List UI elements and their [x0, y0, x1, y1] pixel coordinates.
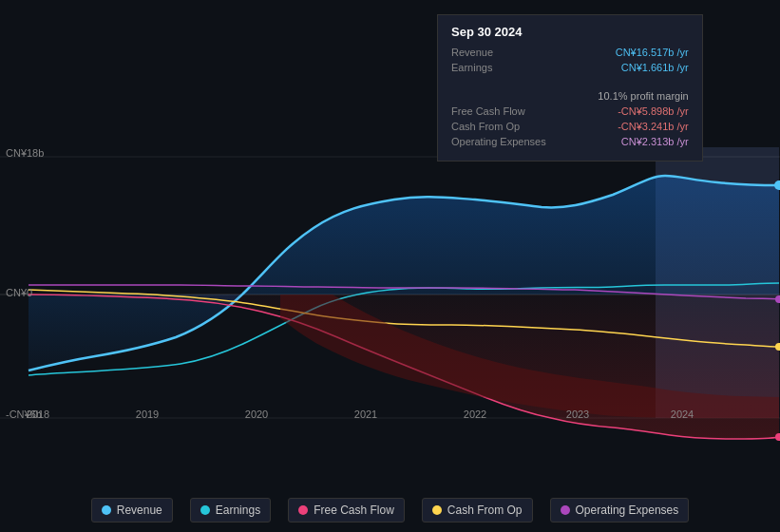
- tooltip-profit-margin: 10.1% profit margin: [451, 90, 689, 102]
- tooltip-value-revenue: CN¥16.517b /yr: [616, 47, 689, 58]
- legend-label-revenue: Revenue: [117, 504, 162, 517]
- x-label-2024: 2024: [671, 408, 694, 420]
- legend-label-cashop: Cash From Op: [447, 504, 523, 517]
- tooltip-date: Sep 30 2024: [451, 25, 689, 39]
- chart-tooltip: Sep 30 2024 Revenue CN¥16.517b /yr Earni…: [437, 14, 703, 162]
- x-label-2018: 2018: [27, 408, 49, 420]
- legend-label-opex: Operating Expenses: [576, 504, 679, 517]
- legend-item-opex[interactable]: Operating Expenses: [550, 498, 690, 522]
- tooltip-value-earnings: CN¥1.661b /yr: [621, 62, 689, 73]
- legend-item-earnings[interactable]: Earnings: [190, 498, 271, 522]
- x-label-2019: 2019: [136, 408, 159, 420]
- legend-item-cashop[interactable]: Cash From Op: [422, 498, 533, 522]
- legend-dot-revenue: [102, 505, 111, 515]
- y-label-top: CN¥18b: [6, 147, 44, 159]
- legend-item-fcf[interactable]: Free Cash Flow: [288, 498, 405, 522]
- x-label-2020: 2020: [245, 408, 268, 420]
- legend-label-fcf: Free Cash Flow: [314, 504, 394, 517]
- x-label-2022: 2022: [464, 408, 486, 420]
- tooltip-label-fcf: Free Cash Flow: [451, 105, 525, 117]
- x-label-2023: 2023: [566, 408, 589, 420]
- tooltip-label-cashop: Cash From Op: [451, 121, 520, 132]
- legend-dot-earnings: [200, 505, 210, 515]
- chart-legend: Revenue Earnings Free Cash Flow Cash Fro…: [0, 498, 780, 522]
- tooltip-row-cashop: Cash From Op -CN¥3.241b /yr: [451, 121, 689, 132]
- tooltip-row-revenue: Revenue CN¥16.517b /yr: [451, 47, 689, 58]
- tooltip-value-cashop: -CN¥3.241b /yr: [618, 121, 689, 132]
- legend-label-earnings: Earnings: [216, 504, 260, 517]
- tooltip-row-fcf: Free Cash Flow -CN¥5.898b /yr: [451, 105, 689, 117]
- legend-item-revenue[interactable]: Revenue: [91, 498, 173, 522]
- tooltip-row-earnings: Earnings CN¥1.661b /yr 10.1% profit marg…: [451, 62, 689, 102]
- tooltip-row-opex: Operating Expenses CN¥2.313b /yr: [451, 136, 689, 147]
- tooltip-value-opex: CN¥2.313b /yr: [621, 136, 689, 147]
- x-label-2021: 2021: [354, 408, 377, 420]
- tooltip-label-earnings: Earnings: [451, 62, 492, 73]
- y-label-zero: CN¥0: [6, 287, 32, 298]
- legend-dot-opex: [561, 505, 570, 515]
- tooltip-value-fcf: -CN¥5.898b /yr: [618, 105, 689, 117]
- legend-dot-fcf: [298, 505, 308, 515]
- legend-dot-cashop: [432, 505, 442, 515]
- tooltip-label-revenue: Revenue: [451, 47, 493, 58]
- tooltip-label-opex: Operating Expenses: [451, 136, 546, 147]
